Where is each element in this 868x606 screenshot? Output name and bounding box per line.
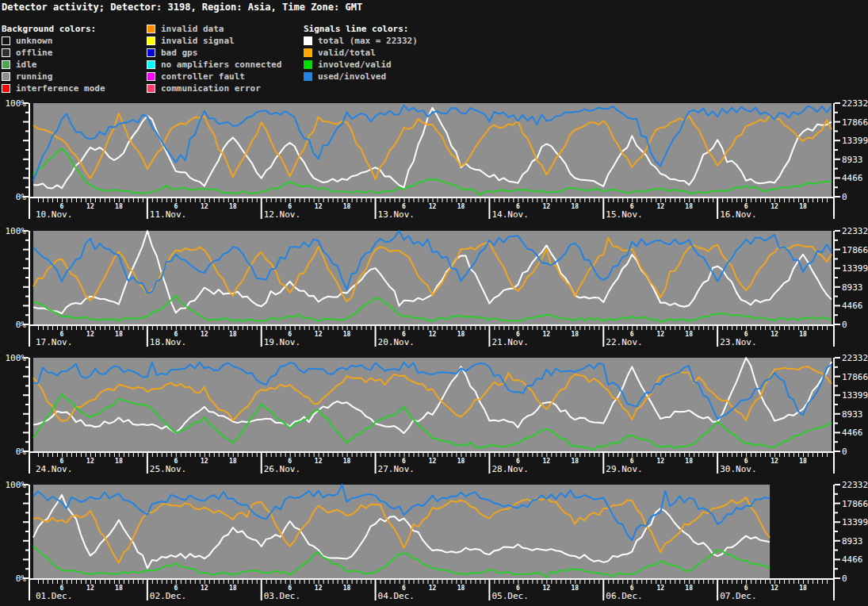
hour-tick xyxy=(499,580,499,584)
hour-tick xyxy=(228,326,229,330)
hour-tick xyxy=(713,198,713,202)
hour-tick xyxy=(789,198,790,202)
left-axis-label-100: 100% xyxy=(6,226,27,236)
hour-tick xyxy=(162,326,163,330)
hour-tick xyxy=(109,198,110,202)
hour-tick xyxy=(228,580,229,584)
hour-tick xyxy=(214,326,215,330)
hour-tick xyxy=(565,580,566,584)
hour-tick xyxy=(176,580,177,584)
hour-tick xyxy=(109,453,110,457)
hour-tick xyxy=(465,326,466,330)
hour-tick xyxy=(333,326,334,330)
right-axis-tick xyxy=(835,314,838,316)
hour-tick xyxy=(67,580,67,584)
date-label: 22.Nov. xyxy=(606,337,642,347)
hour-label: 12 xyxy=(656,585,664,592)
hour-tick xyxy=(109,580,110,584)
hour-tick xyxy=(176,326,177,330)
hour-tick xyxy=(90,580,91,584)
hour-tick xyxy=(637,453,637,457)
hour-tick xyxy=(67,198,67,202)
hour-tick xyxy=(470,580,471,584)
date-label: 19.Nov. xyxy=(264,337,300,347)
date-label: 18.Nov. xyxy=(150,337,186,347)
hour-tick xyxy=(57,580,58,584)
hour-tick xyxy=(665,326,666,330)
hour-tick xyxy=(309,453,310,457)
hour-tick xyxy=(181,198,182,202)
hour-tick xyxy=(328,453,329,457)
left-axis-tick xyxy=(25,423,29,424)
hour-tick xyxy=(105,198,105,202)
hour-tick xyxy=(304,326,305,330)
hour-tick xyxy=(419,326,419,330)
hour-tick xyxy=(342,326,343,330)
hour-tick xyxy=(404,453,405,457)
hour-tick xyxy=(679,198,680,202)
hour-tick xyxy=(461,326,461,330)
hour-tick xyxy=(751,326,751,330)
hour-tick xyxy=(679,453,680,457)
hour-tick xyxy=(689,198,690,202)
hour-tick xyxy=(684,198,685,202)
hour-tick xyxy=(522,198,523,202)
hour-tick xyxy=(361,198,362,202)
plot-background xyxy=(33,485,770,578)
hour-tick xyxy=(433,580,434,584)
hour-tick xyxy=(338,198,338,202)
left-axis-tick xyxy=(25,277,29,278)
hour-tick xyxy=(532,453,533,457)
hour-tick xyxy=(285,453,286,457)
hour-tick xyxy=(765,198,766,202)
hour-tick xyxy=(537,453,537,457)
hour-tick xyxy=(233,453,234,457)
date-label: 26.Nov. xyxy=(264,464,300,474)
hour-tick xyxy=(451,580,452,584)
right-axis-tick xyxy=(835,230,840,232)
hour-tick xyxy=(433,453,434,457)
hour-tick xyxy=(560,326,561,330)
hour-tick xyxy=(732,198,732,202)
hour-tick xyxy=(808,198,809,202)
right-axis-label: 17866 xyxy=(842,117,868,128)
date-label: 16.Nov. xyxy=(720,209,756,220)
hour-label: 18 xyxy=(799,585,807,592)
hour-tick xyxy=(114,453,115,457)
hour-tick xyxy=(166,453,167,457)
hour-tick xyxy=(670,453,671,457)
hour-tick xyxy=(665,580,666,584)
hour-tick xyxy=(395,326,396,330)
hour-tick xyxy=(152,326,153,330)
left-axis-tick xyxy=(25,258,29,259)
right-axis-tick xyxy=(835,249,840,251)
hour-tick xyxy=(366,198,367,202)
hour-tick xyxy=(803,580,804,584)
hour-tick xyxy=(598,198,599,202)
hour-tick xyxy=(484,198,485,202)
hour-tick xyxy=(546,198,547,202)
hour-tick xyxy=(119,453,120,457)
hour-tick xyxy=(808,326,809,330)
x-axis xyxy=(29,324,835,326)
hour-tick xyxy=(247,326,248,330)
hour-tick xyxy=(793,453,794,457)
hour-tick xyxy=(784,453,785,457)
hour-tick xyxy=(670,198,671,202)
hour-tick xyxy=(798,580,799,584)
hour-tick xyxy=(400,453,400,457)
hour-label: 12 xyxy=(429,331,437,338)
date-label: 29.Nov. xyxy=(606,464,642,474)
hour-tick xyxy=(200,453,201,457)
hour-tick xyxy=(570,326,571,330)
hour-tick xyxy=(518,453,518,457)
hour-tick xyxy=(532,326,533,330)
hour-tick xyxy=(684,580,685,584)
hour-tick xyxy=(689,453,690,457)
hour-tick xyxy=(518,326,518,330)
hour-tick xyxy=(57,198,58,202)
hour-tick xyxy=(43,198,44,202)
hour-tick xyxy=(480,198,480,202)
hour-tick xyxy=(684,326,685,330)
hour-tick xyxy=(660,453,661,457)
